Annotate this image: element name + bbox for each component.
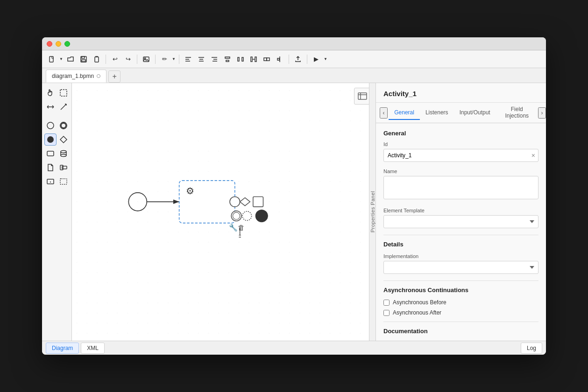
element-template-select[interactable] — [383, 215, 538, 228]
select-tool[interactable] — [57, 87, 70, 99]
cursor-tool-arrow[interactable]: ▼ — [171, 53, 176, 65]
svg-rect-50 — [60, 179, 67, 184]
dist-h2-button[interactable] — [248, 53, 260, 65]
align-h-button[interactable] — [274, 53, 286, 65]
tab-diagram[interactable]: diagram_1.bpmn — [46, 70, 106, 83]
svg-rect-20 — [251, 57, 252, 62]
xml-tab-button[interactable]: XML — [81, 343, 105, 354]
canvas-area[interactable]: ⚙ 🔧 🗑 — [72, 83, 375, 341]
close-button[interactable] — [47, 41, 52, 47]
tools-row-1 — [44, 87, 70, 99]
undo-button[interactable]: ↩ — [109, 53, 121, 65]
async-before-row: Asynchronous Before — [383, 299, 538, 306]
diagram-tab-button[interactable]: Diagram — [46, 343, 79, 354]
divider-2 — [383, 280, 538, 281]
toolbar: ▼ ↩ ↪ — [42, 50, 546, 68]
hand-tool[interactable] — [44, 87, 57, 99]
connect-tool[interactable] — [57, 101, 70, 113]
new-file-button[interactable] — [46, 53, 58, 65]
toolbar-sep-6 — [307, 55, 307, 64]
panel-title: Activity_1 — [376, 83, 546, 103]
data-store-tool[interactable] — [57, 147, 70, 160]
start-event-tool[interactable] — [44, 119, 57, 132]
svg-rect-21 — [255, 57, 256, 62]
minimize-button[interactable] — [56, 41, 61, 47]
tools-row-containers — [44, 175, 70, 188]
panel-tabs: ‹ General Listeners Input/Output Field I… — [376, 103, 546, 123]
toolbar-sep-2 — [137, 55, 137, 64]
clipboard-button[interactable] — [91, 53, 103, 65]
task-tool[interactable] — [44, 147, 57, 160]
name-field-group: Name — [383, 168, 538, 201]
element-template-label: Element Template — [383, 208, 538, 213]
svg-text:⚙: ⚙ — [186, 186, 194, 196]
align-left-button[interactable] — [182, 53, 194, 65]
id-input[interactable] — [384, 149, 529, 161]
tools-row-2 — [44, 101, 70, 113]
save-button[interactable] — [78, 53, 90, 65]
svg-point-38 — [61, 123, 66, 128]
properties-panel: Activity_1 ‹ General Listeners Input/Out… — [375, 83, 546, 341]
async-before-label: Asynchronous Before — [393, 299, 446, 306]
tab-field-injections[interactable]: Field Injections — [496, 103, 538, 123]
maximize-button[interactable] — [64, 41, 70, 47]
tab-general[interactable]: General — [389, 106, 420, 120]
subprocess-tool[interactable] — [44, 175, 57, 188]
svg-rect-57 — [253, 197, 263, 207]
gateway-tool[interactable] — [57, 133, 70, 146]
id-field-group: Id × — [383, 141, 538, 162]
align-right-button[interactable] — [208, 53, 220, 65]
tab-scroll-left[interactable]: ‹ — [380, 107, 388, 119]
align-center-button[interactable] — [195, 53, 207, 65]
implementation-select[interactable] — [383, 261, 538, 274]
play-dropdown-arrow[interactable]: ▼ — [323, 53, 328, 65]
async-after-row: Asynchronous After — [383, 309, 538, 316]
element-template-field-group: Element Template — [383, 208, 538, 228]
svg-rect-27 — [60, 90, 67, 96]
svg-point-44 — [61, 154, 66, 157]
resize-button[interactable] — [261, 53, 273, 65]
svg-rect-4 — [95, 57, 99, 62]
new-dropdown-arrow[interactable]: ▼ — [59, 53, 64, 65]
data-collection-tool[interactable] — [57, 161, 70, 174]
bottom-tabs-bar: Diagram XML Log — [42, 341, 546, 355]
svg-line-33 — [61, 104, 66, 110]
async-after-checkbox[interactable] — [383, 310, 390, 316]
properties-panel-trigger[interactable]: Properties Panel — [369, 83, 375, 341]
bottom-tab-group: Diagram XML — [46, 343, 105, 354]
dist-v-button[interactable] — [221, 53, 234, 65]
space-tool[interactable] — [44, 101, 57, 113]
tools-row-data — [44, 161, 70, 174]
implementation-label: Implementation — [383, 253, 538, 259]
cursor-tool-button[interactable]: ✏ — [158, 53, 170, 65]
svg-rect-2 — [82, 56, 85, 58]
panel-content: General Id × Name Element Template — [376, 123, 546, 341]
svg-rect-18 — [238, 57, 239, 61]
svg-point-39 — [47, 136, 54, 143]
tab-input-output[interactable]: Input/Output — [454, 106, 496, 120]
main-area: ⚙ 🔧 🗑 — [42, 83, 546, 341]
upload-button[interactable] — [292, 53, 304, 65]
svg-rect-17 — [226, 60, 229, 62]
intermediate-event-tool[interactable] — [57, 119, 70, 132]
redo-button[interactable]: ↪ — [122, 53, 134, 65]
toolbar-sep-5 — [289, 55, 289, 64]
log-button[interactable]: Log — [521, 343, 542, 354]
end-event-tool[interactable] — [44, 133, 57, 146]
tab-listeners[interactable]: Listeners — [420, 106, 454, 120]
id-clear-button[interactable]: × — [529, 152, 538, 159]
data-object-tool[interactable] — [44, 161, 57, 174]
async-before-checkbox[interactable] — [383, 300, 390, 306]
name-input[interactable] — [383, 176, 538, 199]
open-button[interactable] — [64, 53, 77, 65]
tab-label: diagram_1.bpmn — [52, 73, 94, 79]
image-button[interactable] — [140, 53, 152, 65]
svg-rect-40 — [47, 151, 54, 156]
minimap-button[interactable] — [354, 88, 371, 105]
add-tab-button[interactable]: + — [108, 70, 120, 83]
play-button[interactable]: ▶ — [310, 53, 322, 65]
tab-scroll-right[interactable]: › — [538, 107, 546, 119]
dist-h-button[interactable] — [234, 53, 247, 65]
async-section-title: Asynchronous Continuations — [383, 287, 538, 294]
pool-tool[interactable] — [57, 175, 70, 188]
